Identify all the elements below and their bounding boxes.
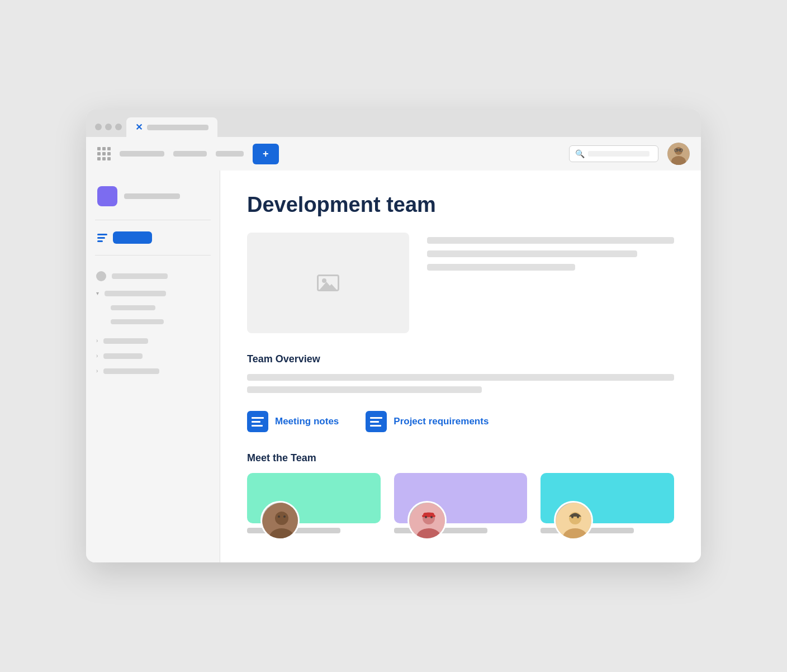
nav-label (103, 353, 143, 359)
svg-point-12 (283, 515, 286, 518)
confluence-logo-icon: ✕ (135, 122, 143, 132)
sidebar-space-item[interactable] (95, 182, 211, 211)
doc-line (370, 417, 382, 419)
doc-line (252, 417, 264, 419)
sidebar-active-filter-btn[interactable] (113, 231, 152, 244)
space-title (124, 193, 180, 199)
avatar-image (667, 143, 690, 165)
filter-line-1 (97, 234, 107, 235)
hero-section (247, 233, 674, 333)
doc-icon-lines (367, 413, 386, 431)
dot-yellow (105, 124, 112, 130)
browser-toolbar: + 🔍 (86, 137, 701, 171)
nav-item-2[interactable] (173, 151, 207, 157)
nav-label (105, 291, 166, 296)
child-label (111, 319, 164, 324)
svg-point-23 (571, 516, 573, 518)
browser-titlebar: ✕ (86, 110, 701, 137)
sidebar-divider (95, 220, 211, 220)
child-label (111, 305, 155, 310)
link-text-meeting-notes: Meeting notes (275, 416, 339, 427)
svg-point-9 (275, 512, 288, 525)
window-controls (95, 124, 122, 137)
avatar-person1-image (262, 503, 300, 540)
svg-rect-17 (422, 515, 435, 517)
svg-point-18 (425, 516, 427, 518)
sidebar-divider-2 (95, 255, 211, 255)
search-input-placeholder (588, 151, 649, 157)
team-cards (247, 473, 674, 540)
doc-line (252, 421, 260, 423)
dot-green (115, 124, 122, 130)
link-project-requirements[interactable]: Project requirements (366, 411, 489, 432)
user-avatar[interactable] (667, 143, 690, 165)
svg-point-1 (675, 147, 682, 155)
team-member-avatar-1 (260, 501, 300, 540)
doc-icon (247, 411, 268, 432)
sidebar-nav-item-4[interactable]: › (95, 366, 211, 376)
text-line (247, 386, 482, 393)
section-heading-team: Meet the Team (247, 452, 674, 464)
filter-icon (97, 234, 107, 242)
dot-red (95, 124, 102, 130)
text-line (247, 374, 674, 381)
text-line (427, 237, 674, 244)
nav-label (103, 338, 148, 344)
svg-point-11 (278, 515, 280, 518)
hero-image (247, 233, 409, 333)
sidebar-child-item-1[interactable] (95, 303, 211, 313)
tab-title (147, 125, 208, 130)
team-card-3[interactable] (541, 473, 674, 540)
sidebar-nav-item-overview[interactable] (95, 269, 211, 283)
app-body: ▾ › › › (86, 171, 701, 562)
link-text-project-requirements: Project requirements (394, 416, 489, 427)
team-card-1[interactable] (247, 473, 381, 540)
browser-tab[interactable]: ✕ (126, 117, 217, 137)
search-bar[interactable]: 🔍 (569, 145, 658, 162)
team-member-avatar-3 (554, 501, 593, 540)
svg-point-19 (430, 516, 433, 518)
content-area: Development team (220, 171, 701, 562)
doc-line (252, 425, 263, 427)
doc-icon (366, 411, 387, 432)
doc-icon-lines (248, 413, 267, 431)
text-line (427, 250, 637, 257)
sidebar-nav-item-3[interactable]: › (95, 351, 211, 361)
sidebar: ▾ › › › (86, 171, 220, 562)
sidebar-child-item-2[interactable] (95, 317, 211, 326)
nav-label (103, 368, 159, 374)
chevron-right-icon: › (96, 368, 98, 374)
link-meeting-notes[interactable]: Meeting notes (247, 411, 339, 432)
meet-team-section: Meet the Team (247, 452, 674, 540)
sidebar-filter-row[interactable] (95, 229, 211, 246)
doc-line (370, 425, 381, 427)
doc-line (370, 421, 379, 423)
create-button[interactable]: + (253, 144, 279, 164)
nav-dot (96, 271, 106, 281)
chevron-right-icon: › (96, 338, 98, 344)
image-placeholder-icon (317, 275, 339, 291)
chevron-down-icon: ▾ (96, 290, 99, 296)
svg-point-24 (577, 516, 579, 518)
links-row: Meeting notes Project requirements (247, 411, 674, 432)
avatar-person2-image (409, 503, 447, 540)
page-title: Development team (247, 193, 674, 217)
team-member-avatar-2 (407, 501, 447, 540)
search-icon: 🔍 (575, 149, 585, 158)
team-card-2[interactable] (394, 473, 528, 540)
avatar-person3-image (556, 503, 593, 540)
section-heading-overview: Team Overview (247, 353, 674, 365)
space-icon (97, 186, 117, 206)
sidebar-nav-item-2[interactable]: › (95, 335, 211, 346)
sidebar-nav-list: ▾ › › › (95, 269, 211, 376)
chevron-right-icon: › (96, 353, 98, 359)
sidebar-nav-item-expanded[interactable]: ▾ (95, 288, 211, 299)
nav-label (112, 273, 168, 279)
nav-item-3[interactable] (216, 151, 244, 157)
overview-text-block (247, 374, 674, 393)
nav-item-1[interactable] (120, 151, 164, 157)
filter-line-2 (97, 237, 105, 239)
hero-text-block (427, 233, 674, 271)
apps-grid-icon[interactable] (97, 147, 111, 160)
filter-line-3 (97, 240, 103, 242)
